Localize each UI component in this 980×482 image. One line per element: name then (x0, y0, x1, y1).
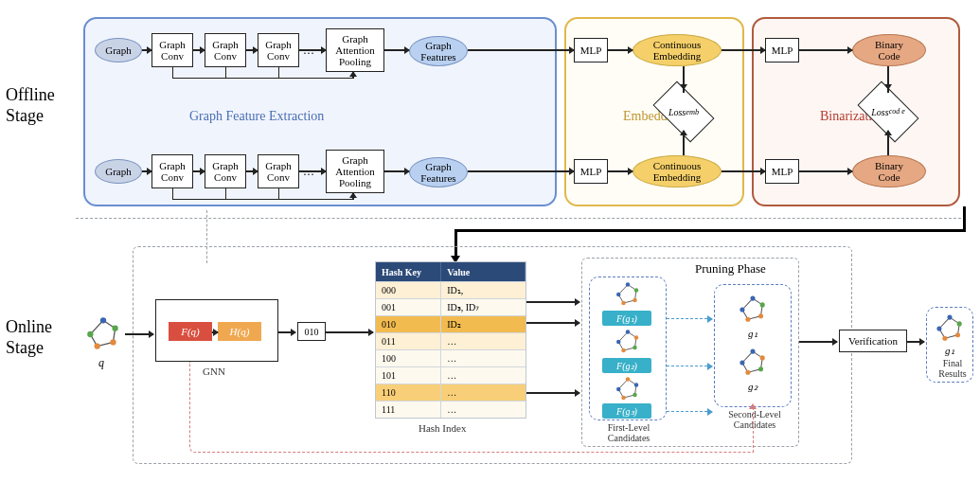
skip-line-2 (172, 199, 352, 200)
arrow (468, 170, 574, 172)
candidate-graph-icon (612, 280, 644, 309)
loss-emb-diamond: Lossemb (657, 95, 710, 129)
arrow (722, 49, 765, 51)
gnn-fq: F(q) (169, 322, 212, 341)
dashed-arrow (667, 318, 712, 319)
graph-conv-2a: Graph Conv (151, 154, 193, 188)
svg-point-7 (633, 298, 637, 303)
graph-conv-2b: Graph Conv (205, 154, 246, 188)
svg-point-21 (760, 302, 765, 307)
svg-point-32 (955, 332, 960, 337)
svg-point-27 (758, 366, 763, 371)
mlp-emb-2: MLP (574, 159, 608, 184)
arrow (193, 170, 205, 172)
pruning-title: Pruning Phase (695, 261, 766, 277)
final-symbol: g₁ (945, 345, 954, 357)
graph-conv-1b: Graph Conv (205, 33, 246, 67)
graph-conv-1c: Graph Conv (258, 33, 299, 67)
offline-stage-label: Offline Stage (6, 85, 55, 126)
svg-point-3 (95, 343, 100, 348)
arrow (142, 49, 151, 51)
final-graph-icon (934, 312, 966, 345)
red-dash-right (753, 407, 754, 453)
svg-point-1 (112, 326, 117, 331)
ellipsis-2: … (303, 165, 314, 179)
graph-features-2: Graph Features (409, 157, 468, 187)
svg-point-26 (760, 355, 765, 360)
graph-conv-2c: Graph Conv (258, 154, 299, 188)
graph-input-2: Graph (95, 159, 142, 184)
arrow (526, 301, 579, 303)
binary-code-2: Binary Code (852, 155, 926, 187)
graph-attention-pooling-1: Graph Attention Pooling (326, 28, 384, 72)
hash-header-key: Hash Key (376, 262, 441, 281)
final-caption: Final Results (934, 358, 971, 379)
svg-point-5 (626, 282, 631, 287)
arrow (299, 49, 326, 51)
graph-attention-pooling-2: Graph Attention Pooling (326, 150, 384, 193)
arrow (907, 341, 924, 343)
skip-line-1 (172, 78, 352, 79)
ellipsis-1: … (303, 44, 314, 58)
svg-point-10 (626, 330, 631, 334)
skip-v2b (225, 188, 226, 200)
skip-into-gap-1 (352, 72, 354, 79)
svg-point-14 (616, 340, 621, 345)
graph-input-1: Graph (95, 38, 142, 62)
loss-code-diamond: Losscod e (862, 95, 915, 129)
svg-point-22 (758, 313, 763, 318)
hash-row: 011… (376, 332, 526, 349)
hash-row: 001ID₃, ID₇ (376, 298, 526, 315)
fg1: F(g₁) (602, 311, 651, 326)
hash-row: 000ID₁, (376, 281, 526, 298)
svg-point-20 (750, 296, 755, 301)
continuous-embedding-1: Continuous Embedding (633, 34, 722, 66)
arrow (278, 331, 295, 333)
arrow (799, 170, 852, 172)
svg-point-33 (942, 336, 947, 341)
skip-v2a (172, 188, 173, 200)
arrow (326, 331, 373, 333)
offline-to-hash-connector (454, 206, 966, 241)
arrow (799, 341, 837, 343)
svg-point-25 (750, 349, 755, 354)
svg-point-12 (633, 346, 637, 350)
hash-row: 010ID₂ (376, 315, 526, 332)
arrow (887, 131, 889, 155)
svg-point-8 (621, 301, 626, 306)
svg-point-13 (621, 348, 626, 353)
arrow (246, 170, 258, 172)
arrow (212, 331, 218, 333)
arrow (683, 66, 685, 93)
arrow (526, 322, 579, 324)
candidate-graph-icon (612, 328, 644, 356)
gfe-title: Graph Feature Extraction (189, 109, 324, 124)
svg-point-34 (936, 326, 941, 330)
query-symbol: q (98, 356, 104, 370)
svg-point-23 (745, 317, 750, 322)
arrow (683, 131, 685, 155)
arrow (299, 170, 326, 172)
hash-header-val: Value (441, 262, 526, 281)
graph-conv-1a: Graph Conv (151, 33, 193, 67)
mlp-emb-1: MLP (574, 38, 608, 62)
binary-code-1: Binary Code (852, 34, 926, 66)
arrow (142, 170, 151, 172)
g1-label: g₁ (748, 328, 757, 340)
candidate-graph-icon (737, 294, 769, 326)
continuous-embedding-2: Continuous Embedding (633, 155, 722, 187)
verification-box: Verification (839, 330, 907, 352)
red-arrowhead (749, 403, 757, 409)
gnn-output-code: 010 (297, 322, 326, 341)
arrow (468, 49, 574, 51)
mlp-bin-1: MLP (765, 38, 799, 62)
svg-point-31 (957, 321, 962, 326)
skip-v1c (278, 67, 279, 79)
svg-point-4 (87, 331, 93, 337)
arrow (193, 49, 205, 51)
arrow (125, 333, 153, 335)
arrow (384, 49, 409, 51)
svg-point-2 (110, 339, 116, 345)
arrow (608, 170, 633, 172)
svg-point-0 (100, 317, 106, 323)
